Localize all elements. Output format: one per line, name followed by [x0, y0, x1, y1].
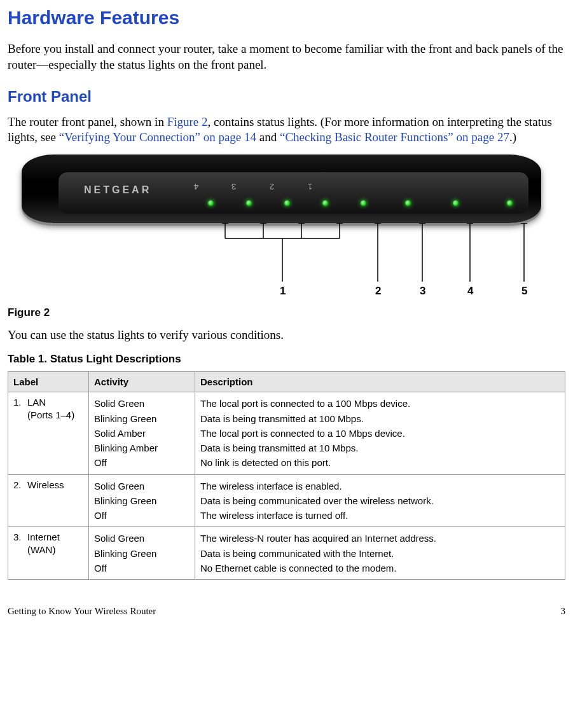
- verifying-connection-link[interactable]: “Verifying Your Connection” on page 14: [59, 130, 256, 144]
- activity-value: Solid Amber: [94, 426, 190, 441]
- checking-functions-link[interactable]: “Checking Basic Router Functions” on pag…: [280, 130, 509, 144]
- led-icon: [507, 200, 513, 206]
- activity-cell: Solid Green Blinking Green Off: [89, 527, 195, 580]
- table-caption: Table 1. Status Light Descriptions: [8, 352, 565, 366]
- activity-value: Solid Green: [94, 531, 190, 546]
- description-value: Data is being transmitted at 100 Mbps.: [200, 411, 560, 426]
- status-light-table: Label Activity Description 1. LAN (Ports…: [8, 371, 565, 580]
- description-value: The wireless-N router has acquired an In…: [200, 531, 560, 546]
- figure-caption: Figure 2: [8, 306, 565, 320]
- callout-number: 2: [375, 284, 381, 298]
- col-header-activity: Activity: [89, 371, 195, 392]
- description-value: The local port is connected to a 10 Mbps…: [200, 426, 560, 441]
- figure-callouts: 1 2 3 4 5: [36, 223, 565, 299]
- port-number-label: 3: [231, 181, 236, 191]
- port-number-label: 1: [308, 181, 312, 191]
- router-face: NETGEAR 4 3 2 1: [59, 172, 528, 214]
- text: and: [256, 130, 280, 144]
- text: .): [509, 130, 516, 144]
- description-value: The local port is connected to a 100 Mbp…: [200, 396, 560, 411]
- description-value: Data is being communicated over the wire…: [200, 493, 560, 508]
- led-icon: [453, 200, 459, 206]
- description-value: Data is being communicated with the Inte…: [200, 546, 560, 561]
- post-figure-text: You can use the status lights to verify …: [8, 327, 565, 343]
- label-line: Wireless: [27, 479, 64, 490]
- led-icon: [208, 200, 214, 206]
- activity-value: Solid Green: [94, 396, 190, 411]
- activity-cell: Solid Green Blinking Green Solid Amber B…: [89, 392, 195, 474]
- label-line: LAN: [27, 397, 46, 408]
- description-value: The wireless interface is enabled.: [200, 479, 560, 493]
- led-icon: [246, 200, 252, 206]
- callout-number: 4: [467, 284, 473, 298]
- text: The router front panel, shown in: [8, 115, 167, 128]
- activity-value: Off: [94, 455, 190, 470]
- label-cell: 1. LAN (Ports 1–4): [8, 392, 89, 474]
- activity-value: Blinking Green: [94, 493, 190, 508]
- activity-value: Blinking Amber: [94, 441, 190, 455]
- description-value: No link is detected on this port.: [200, 455, 560, 470]
- footer-page-number: 3: [561, 605, 566, 618]
- figure-link[interactable]: Figure 2: [167, 115, 208, 128]
- activity-value: Blinking Green: [94, 546, 190, 561]
- activity-value: Solid Green: [94, 479, 190, 493]
- callout-number: 1: [280, 284, 286, 298]
- led-icon: [322, 200, 328, 206]
- row-number: 1.: [13, 396, 27, 421]
- description-cell: The local port is connected to a 100 Mbp…: [195, 392, 565, 474]
- description-value: The wireless interface is turned off.: [200, 508, 560, 523]
- label-cell: 3. Internet (WAN): [8, 527, 89, 580]
- activity-value: Blinking Green: [94, 411, 190, 426]
- activity-value: Off: [94, 561, 190, 575]
- router-brand-label: NETGEAR: [84, 184, 151, 197]
- subsection-heading: Front Panel: [8, 86, 565, 106]
- description-cell: The wireless-N router has acquired an In…: [195, 527, 565, 580]
- callout-number: 5: [521, 284, 527, 298]
- description-value: No Ethernet cable is connected to the mo…: [200, 561, 560, 575]
- col-header-label: Label: [8, 371, 89, 392]
- row-number: 3.: [13, 531, 27, 556]
- led-icon: [361, 200, 366, 206]
- label-line: Internet: [27, 532, 60, 542]
- table-row: 3. Internet (WAN) Solid Green Blinking G…: [8, 527, 565, 580]
- label-line: (Ports 1–4): [27, 409, 74, 420]
- front-panel-paragraph: The router front panel, shown in Figure …: [8, 114, 565, 146]
- description-value: Data is being transmitted at 10 Mbps.: [200, 441, 560, 455]
- footer-chapter-title: Getting to Know Your Wireless Router: [8, 605, 156, 618]
- label-line: (WAN): [27, 544, 55, 555]
- port-number-label: 2: [270, 181, 274, 191]
- router-illustration: NETGEAR 4 3 2 1: [22, 155, 565, 299]
- table-row: 1. LAN (Ports 1–4) Solid Green Blinking …: [8, 392, 565, 474]
- led-icon: [405, 200, 411, 206]
- callout-number: 3: [420, 284, 425, 298]
- activity-cell: Solid Green Blinking Green Off: [89, 474, 195, 527]
- intro-paragraph: Before you install and connect your rout…: [8, 41, 565, 72]
- port-number-label: 4: [194, 181, 198, 191]
- router-body: NETGEAR 4 3 2 1: [22, 155, 541, 223]
- callout-lines-icon: [36, 223, 555, 299]
- led-icon: [284, 200, 290, 206]
- activity-value: Off: [94, 508, 190, 523]
- col-header-description: Description: [195, 371, 565, 392]
- section-heading: Hardware Features: [8, 5, 565, 30]
- table-row: 2. Wireless Solid Green Blinking Green O…: [8, 474, 565, 527]
- description-cell: The wireless interface is enabled. Data …: [195, 474, 565, 527]
- page-footer: Getting to Know Your Wireless Router 3: [8, 605, 565, 618]
- table-header-row: Label Activity Description: [8, 371, 565, 392]
- label-cell: 2. Wireless: [8, 474, 89, 527]
- row-number: 2.: [13, 479, 27, 491]
